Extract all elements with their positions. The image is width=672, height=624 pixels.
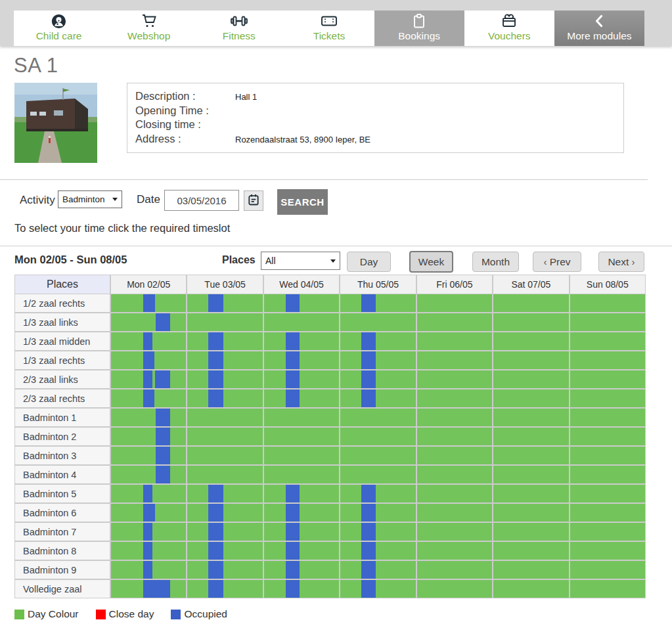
timeslot-cell[interactable] <box>417 542 492 560</box>
timeslot-cell[interactable] <box>570 428 645 445</box>
timeslot-cell[interactable] <box>570 580 645 598</box>
timeslot-cell[interactable] <box>264 504 339 522</box>
timeslot-cell[interactable] <box>570 409 645 426</box>
timeslot-cell[interactable] <box>493 542 568 560</box>
date-input[interactable] <box>164 190 239 211</box>
timeslot-cell[interactable] <box>111 504 186 522</box>
timeslot-cell[interactable] <box>493 351 568 369</box>
timeslot-cell[interactable] <box>187 447 262 464</box>
timeslot-cell[interactable] <box>417 561 492 579</box>
timeslot-cell[interactable] <box>493 313 568 331</box>
nav-tab-vouchers[interactable]: Vouchers <box>464 11 554 46</box>
timeslot-cell[interactable] <box>493 428 568 445</box>
day-view-button[interactable]: Day <box>347 252 391 272</box>
timeslot-cell[interactable] <box>111 294 186 312</box>
timeslot-cell[interactable] <box>493 370 568 388</box>
timeslot-cell[interactable] <box>417 523 492 541</box>
timeslot-cell[interactable] <box>187 542 262 560</box>
timeslot-cell[interactable] <box>493 523 568 541</box>
timeslot-cell[interactable] <box>187 523 262 541</box>
timeslot-cell[interactable] <box>493 580 568 598</box>
places-select[interactable]: All <box>261 252 340 270</box>
timeslot-cell[interactable] <box>111 370 186 388</box>
timeslot-cell[interactable] <box>111 390 186 407</box>
nav-tab-more-modules[interactable]: More modules <box>554 11 644 46</box>
timeslot-cell[interactable] <box>187 313 262 331</box>
timeslot-cell[interactable] <box>570 313 645 331</box>
timeslot-cell[interactable] <box>417 409 492 426</box>
timeslot-cell[interactable] <box>340 409 415 426</box>
timeslot-cell[interactable] <box>570 466 645 483</box>
timeslot-cell[interactable] <box>340 504 415 522</box>
timeslot-cell[interactable] <box>417 466 492 483</box>
timeslot-cell[interactable] <box>493 409 568 426</box>
activity-select[interactable]: Badminton <box>58 190 122 208</box>
timeslot-cell[interactable] <box>493 561 568 579</box>
timeslot-cell[interactable] <box>264 561 339 579</box>
timeslot-cell[interactable] <box>340 523 415 541</box>
timeslot-cell[interactable] <box>264 580 339 598</box>
timeslot-cell[interactable] <box>340 561 415 579</box>
timeslot-cell[interactable] <box>264 332 339 350</box>
timeslot-cell[interactable] <box>340 542 415 560</box>
timeslot-cell[interactable] <box>570 561 645 579</box>
next-week-button[interactable]: Next › <box>598 252 644 272</box>
timeslot-cell[interactable] <box>187 409 262 426</box>
timeslot-cell[interactable] <box>111 409 186 426</box>
timeslot-cell[interactable] <box>493 447 568 464</box>
timeslot-cell[interactable] <box>340 313 415 331</box>
timeslot-cell[interactable] <box>111 447 186 464</box>
timeslot-cell[interactable] <box>493 466 568 483</box>
timeslot-cell[interactable] <box>417 390 492 407</box>
nav-tab-tickets[interactable]: Tickets <box>284 11 374 46</box>
timeslot-cell[interactable] <box>111 332 186 350</box>
timeslot-cell[interactable] <box>570 447 645 464</box>
timeslot-cell[interactable] <box>264 390 339 407</box>
nav-tab-fitness[interactable]: Fitness <box>194 11 284 46</box>
timeslot-cell[interactable] <box>340 351 415 369</box>
timeslot-cell[interactable] <box>111 485 186 502</box>
timeslot-cell[interactable] <box>570 504 645 522</box>
timeslot-cell[interactable] <box>570 370 645 388</box>
timeslot-cell[interactable] <box>111 428 186 445</box>
timeslot-cell[interactable] <box>493 332 568 350</box>
timeslot-cell[interactable] <box>264 409 339 426</box>
timeslot-cell[interactable] <box>187 370 262 388</box>
timeslot-cell[interactable] <box>340 390 415 407</box>
timeslot-cell[interactable] <box>340 428 415 445</box>
timeslot-cell[interactable] <box>417 428 492 445</box>
timeslot-cell[interactable] <box>264 466 339 483</box>
timeslot-cell[interactable] <box>340 370 415 388</box>
timeslot-cell[interactable] <box>340 447 415 464</box>
timeslot-cell[interactable] <box>417 485 492 502</box>
timeslot-cell[interactable] <box>570 523 645 541</box>
timeslot-cell[interactable] <box>340 466 415 483</box>
timeslot-cell[interactable] <box>570 351 645 369</box>
timeslot-cell[interactable] <box>493 485 568 502</box>
timeslot-cell[interactable] <box>111 313 186 331</box>
timeslot-cell[interactable] <box>493 390 568 407</box>
timeslot-cell[interactable] <box>264 370 339 388</box>
timeslot-cell[interactable] <box>264 351 339 369</box>
timeslot-cell[interactable] <box>264 294 339 312</box>
timeslot-cell[interactable] <box>340 294 415 312</box>
prev-week-button[interactable]: ‹ Prev <box>533 252 581 272</box>
timeslot-cell[interactable] <box>493 294 568 312</box>
timeslot-cell[interactable] <box>111 542 186 560</box>
search-button[interactable]: SEARCH <box>277 189 328 215</box>
timeslot-cell[interactable] <box>264 485 339 502</box>
timeslot-cell[interactable] <box>340 580 415 598</box>
timeslot-cell[interactable] <box>187 580 262 598</box>
timeslot-cell[interactable] <box>417 294 492 312</box>
nav-tab-child-care[interactable]: Child care <box>14 11 104 46</box>
timeslot-cell[interactable] <box>111 466 186 483</box>
timeslot-cell[interactable] <box>187 332 262 350</box>
timeslot-cell[interactable] <box>340 332 415 350</box>
timeslot-cell[interactable] <box>187 485 262 502</box>
timeslot-cell[interactable] <box>493 504 568 522</box>
timeslot-cell[interactable] <box>187 294 262 312</box>
timeslot-cell[interactable] <box>187 351 262 369</box>
nav-tab-webshop[interactable]: Webshop <box>104 11 194 46</box>
timeslot-cell[interactable] <box>570 294 645 312</box>
month-view-button[interactable]: Month <box>472 252 519 272</box>
